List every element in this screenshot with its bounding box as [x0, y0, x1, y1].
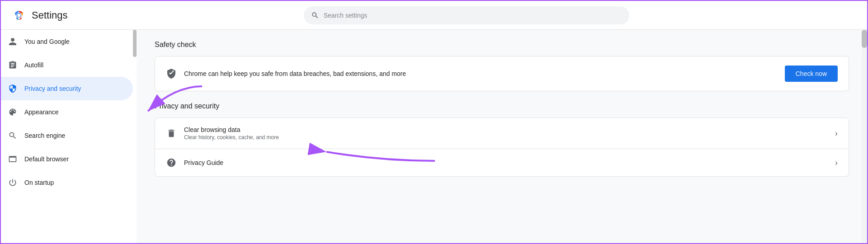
sidebar-item-on-startup[interactable]: On startup	[1, 171, 133, 194]
sidebar-label-you-and-google: You and Google	[24, 38, 70, 45]
privacy-section: Privacy and security	[155, 102, 849, 177]
logo-container: Settings	[12, 8, 68, 23]
sidebar-item-default-browser[interactable]: Default browser	[1, 147, 133, 171]
safety-check-card: Chrome can help keep you safe from data …	[155, 56, 849, 91]
privacy-guide-row[interactable]: Privacy Guide ›	[155, 149, 849, 176]
clear-browsing-data-title: Clear browsing data	[184, 126, 828, 133]
content-area: Safety check Chrome can help keep you sa…	[137, 30, 867, 243]
sidebar-label-appearance: Appearance	[24, 108, 59, 116]
safety-check-title: Safety check	[155, 41, 849, 49]
sidebar-label-on-startup: On startup	[24, 179, 54, 186]
safety-check-description: Chrome can help keep you safe from data …	[184, 70, 778, 77]
browser-icon	[8, 155, 17, 164]
sidebar-scrollbar[interactable]	[133, 30, 137, 194]
clear-browsing-data-subtitle: Clear history, cookies, cache, and more	[184, 134, 828, 141]
chevron-right-icon-2: ›	[835, 158, 838, 168]
privacy-guide-title: Privacy Guide	[184, 159, 828, 166]
privacy-section-title: Privacy and security	[155, 102, 849, 110]
privacy-guide-content: Privacy Guide	[184, 159, 828, 166]
chrome-logo-icon	[12, 8, 26, 23]
header: Settings	[1, 1, 867, 30]
sidebar-item-you-and-google[interactable]: You and Google	[1, 30, 133, 53]
clear-browsing-data-content: Clear browsing data Clear history, cooki…	[184, 126, 828, 141]
power-icon	[8, 178, 17, 187]
privacy-card: Clear browsing data Clear history, cooki…	[155, 117, 849, 177]
person-icon	[8, 37, 17, 46]
safety-check-row: Chrome can help keep you safe from data …	[155, 56, 849, 91]
shield-check-icon	[166, 68, 177, 79]
sidebar-item-search-engine[interactable]: Search engine	[1, 124, 133, 147]
search-input[interactable]	[324, 12, 622, 19]
sidebar-item-autofill[interactable]: Autofill	[1, 53, 133, 77]
search-nav-icon	[8, 131, 17, 140]
sidebar-item-privacy-and-security[interactable]: Privacy and security	[1, 77, 133, 100]
palette-icon	[8, 108, 17, 117]
main-layout: You and Google Autofill Privacy an	[1, 30, 867, 243]
clipboard-icon	[8, 61, 17, 70]
content-scrollbar-thumb	[862, 30, 867, 48]
content-scrollbar[interactable]	[862, 30, 867, 243]
sidebar-label-default-browser: Default browser	[24, 155, 69, 163]
sidebar: You and Google Autofill Privacy an	[1, 30, 137, 243]
sidebar-label-privacy: Privacy and security	[24, 85, 81, 92]
trash-icon	[166, 128, 177, 139]
page-title: Settings	[32, 9, 68, 21]
safety-check-section: Safety check Chrome can help keep you sa…	[155, 41, 849, 91]
chevron-right-icon: ›	[835, 129, 838, 138]
sidebar-label-autofill: Autofill	[24, 61, 43, 69]
svg-point-3	[18, 14, 21, 17]
privacy-guide-icon	[166, 157, 177, 168]
check-now-button[interactable]: Check now	[785, 66, 838, 82]
sidebar-item-appearance[interactable]: Appearance	[1, 100, 133, 124]
sidebar-scrollbar-thumb	[133, 30, 137, 57]
search-bar[interactable]	[304, 6, 629, 24]
sidebar-label-search-engine: Search engine	[24, 132, 65, 139]
search-icon	[311, 11, 319, 19]
shield-nav-icon	[8, 84, 17, 93]
clear-browsing-data-row[interactable]: Clear browsing data Clear history, cooki…	[155, 118, 849, 149]
